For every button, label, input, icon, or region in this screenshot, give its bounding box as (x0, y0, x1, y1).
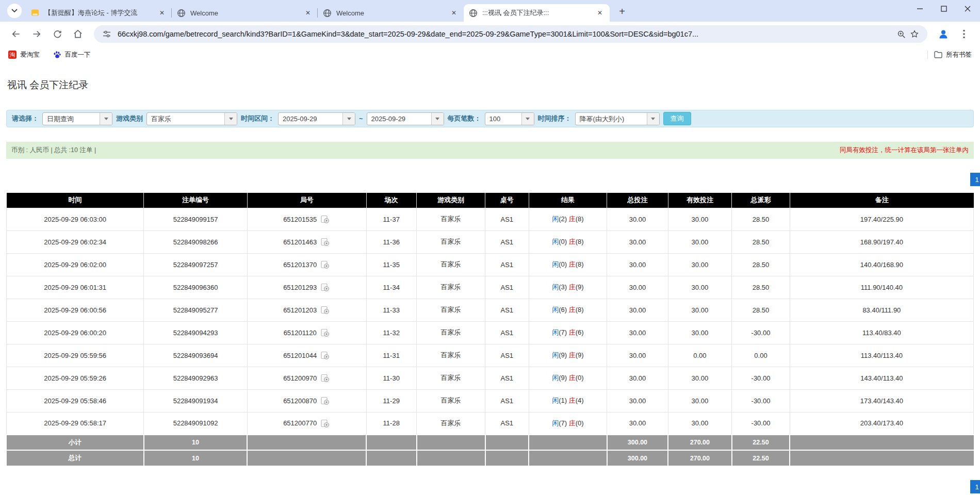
game-kind-cell: 百家乐 (417, 321, 485, 344)
replay-video-icon[interactable] (320, 214, 330, 224)
player-result: 闲 (552, 397, 559, 404)
remark-cell: 173.40/143.40 (790, 389, 973, 412)
dropdown-button[interactable] (521, 113, 534, 125)
round-number-cell: 651201203 (247, 299, 366, 321)
player-result: 闲 (552, 374, 559, 382)
payout-cell: -30.00 (732, 412, 790, 435)
replay-video-icon[interactable] (320, 350, 330, 360)
game-kind-value: 百家乐 (147, 113, 224, 125)
table-number-cell: AS1 (485, 344, 529, 367)
subtotal-row: 小计10300.00270.0022.50 (7, 435, 974, 450)
maximize-button[interactable] (941, 6, 947, 12)
banker-points: (9) (576, 283, 584, 291)
page-size-select[interactable]: 100 (485, 112, 534, 125)
total-bet-cell[interactable]: 30.00 (607, 367, 668, 389)
table-number-cell: AS1 (485, 230, 529, 253)
browser-tab-active[interactable]: :::视讯 会员下注纪录:::✕ (464, 4, 610, 22)
column-header[interactable]: 时间 (7, 193, 144, 208)
url-text[interactable]: 66cxkj98.com/game/betrecord_search/kind3… (118, 30, 894, 38)
replay-video-icon[interactable] (320, 259, 330, 270)
banker-points: (6) (576, 328, 584, 336)
column-header[interactable]: 场次 (366, 193, 417, 208)
search-button[interactable]: 查询 (663, 112, 691, 125)
total-bet-cell[interactable]: 30.00 (607, 253, 668, 276)
total-bet-cell[interactable]: 30.00 (607, 299, 668, 321)
total-bet-cell[interactable]: 30.00 (607, 321, 668, 344)
date-start-select[interactable]: 2025-09-29 (278, 112, 355, 125)
replay-video-icon[interactable] (320, 327, 330, 338)
replay-video-icon[interactable] (320, 237, 330, 247)
column-header[interactable]: 结果 (529, 193, 607, 208)
back-button[interactable] (7, 25, 25, 43)
star-icon (910, 29, 919, 39)
column-header[interactable]: 注单编号 (144, 193, 248, 208)
total-bet-cell[interactable]: 30.00 (607, 344, 668, 367)
home-button[interactable] (69, 25, 87, 43)
close-window-button[interactable] (965, 6, 971, 12)
total-bet-cell[interactable]: 30.00 (607, 389, 668, 412)
zoom-page-button[interactable] (894, 27, 908, 41)
bet-time-cell: 2025-09-29 05:59:56 (7, 344, 144, 367)
banker-points: (4) (576, 397, 584, 404)
browser-tab[interactable]: 【新提醒】海燕论坛 - 博学交流✕ (26, 4, 172, 22)
game-kind-select[interactable]: 百家乐 (146, 112, 237, 125)
profile-button[interactable] (935, 25, 952, 43)
dropdown-button[interactable] (100, 113, 112, 125)
bet-time-cell: 2025-09-29 05:58:17 (7, 412, 144, 435)
tab-close-button[interactable]: ✕ (303, 8, 313, 18)
column-header[interactable]: 有效投注 (668, 193, 732, 208)
column-header[interactable]: 总派彩 (732, 193, 790, 208)
tabs-container: 【新提醒】海燕论坛 - 博学交流✕Welcome✕Welcome✕:::视讯 会… (26, 0, 610, 22)
dropdown-button[interactable] (647, 113, 659, 125)
new-tab-button[interactable]: + (615, 4, 629, 19)
column-header[interactable]: 局号 (247, 193, 366, 208)
column-header[interactable]: 备注 (790, 193, 973, 208)
remark-cell: 197.40/225.90 (790, 208, 973, 230)
bet-id-cell: 522849096360 (144, 276, 248, 299)
tab-close-button[interactable]: ✕ (449, 8, 459, 18)
minimize-button[interactable] (917, 5, 923, 12)
dropdown-button[interactable] (342, 113, 355, 125)
dropdown-button[interactable] (224, 113, 237, 125)
browser-menu-button[interactable] (955, 25, 973, 43)
dropdown-button[interactable] (431, 113, 444, 125)
page-1-button[interactable]: 1 (970, 480, 980, 493)
payout-cell: 28.50 (732, 253, 790, 276)
bookmark-star-button[interactable] (908, 27, 921, 41)
footer-empty-cell (529, 450, 607, 466)
date-end-select[interactable]: 2025-09-29 (367, 112, 444, 125)
total-bet-cell[interactable]: 30.00 (607, 208, 668, 230)
browser-tab[interactable]: Welcome✕ (318, 4, 464, 22)
total-bet-cell[interactable]: 30.00 (607, 412, 668, 435)
replay-video-icon[interactable] (320, 373, 330, 383)
bet-time-cell: 2025-09-29 05:59:26 (7, 367, 144, 389)
tab-close-button[interactable]: ✕ (157, 8, 167, 18)
forward-button[interactable] (28, 25, 45, 43)
all-bookmarks-button[interactable]: 所有书签 (934, 51, 972, 59)
total-bet-cell[interactable]: 30.00 (607, 230, 668, 253)
query-type-select[interactable]: 日期查询 (42, 112, 112, 125)
column-header[interactable]: 桌号 (485, 193, 529, 208)
page-content: 视讯 会员下注纪录 请选择： 日期查询 游戏类别 百家乐 时间区间： 2025-… (0, 63, 980, 495)
browser-tab[interactable]: Welcome✕ (172, 4, 318, 22)
tab-close-button[interactable]: ✕ (595, 8, 605, 18)
footer-empty-cell (790, 450, 973, 466)
bet-id-cell: 522849091934 (144, 389, 248, 412)
banker-result: 庄 (569, 283, 576, 291)
site-info-button[interactable] (100, 27, 113, 41)
tab-search-button[interactable] (7, 4, 22, 18)
replay-video-icon[interactable] (320, 395, 330, 406)
total-bet-cell[interactable]: 30.00 (607, 276, 668, 299)
address-bar[interactable]: 66cxkj98.com/game/betrecord_search/kind3… (94, 25, 927, 43)
column-header[interactable]: 游戏类别 (417, 193, 485, 208)
bookmark-item[interactable]: 淘爱淘宝 (8, 51, 40, 59)
replay-video-icon[interactable] (320, 418, 330, 428)
page-1-button[interactable]: 1 (970, 173, 980, 186)
replay-video-icon[interactable] (320, 305, 330, 315)
sort-select[interactable]: 降幂(由大到小) (575, 112, 660, 125)
bookmark-item[interactable]: 百度一下 (53, 51, 91, 59)
replay-video-icon[interactable] (320, 282, 330, 292)
column-header[interactable]: 总投注 (607, 193, 668, 208)
player-points: (7) (559, 328, 569, 336)
reload-button[interactable] (48, 25, 66, 43)
